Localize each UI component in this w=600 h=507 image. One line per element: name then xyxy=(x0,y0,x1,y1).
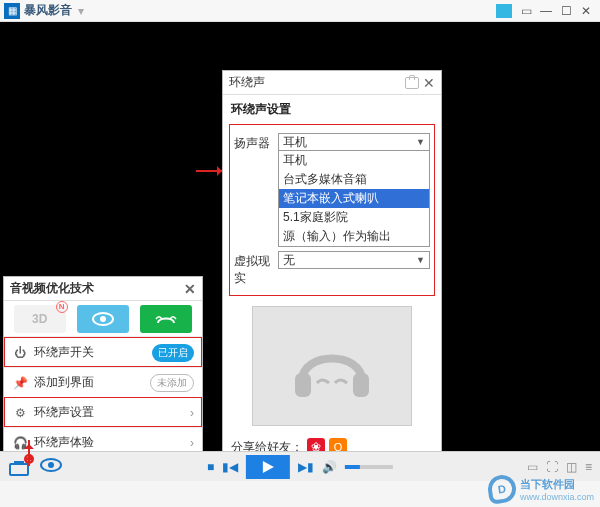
surround-experience-label: 环绕声体验 xyxy=(34,434,94,451)
watermark-logo-icon: D xyxy=(486,473,518,505)
surround-toggle-row[interactable]: ⏻ 环绕声开关 已开启 xyxy=(4,337,202,367)
next-button[interactable]: ▶▮ xyxy=(298,460,314,474)
chevron-right-icon: › xyxy=(190,436,194,450)
headphone-preview xyxy=(252,306,412,426)
watermark-brand: 当下软件园 xyxy=(520,477,594,492)
speaker-label: 扬声器 xyxy=(234,133,278,152)
svg-marker-7 xyxy=(263,461,274,473)
watermark-url: www.downxia.com xyxy=(520,492,594,502)
add-to-ui-row[interactable]: 📌 添加到界面 未添加 xyxy=(4,367,202,397)
speaker-select-listbox[interactable]: 耳机 台式多媒体音箱 笔记本嵌入式喇叭 5.1家庭影院 源（输入）作为输出 xyxy=(278,151,430,247)
app-logo-icon: ▦ xyxy=(4,3,20,19)
stop-button[interactable]: ■ xyxy=(207,460,214,474)
close-button[interactable]: ✕ xyxy=(576,2,596,20)
toolbox-button[interactable]: 1 xyxy=(8,458,30,476)
chevron-down-icon: ▼ xyxy=(416,255,425,265)
optimization-panel-title: 音视频优化技术 xyxy=(10,280,94,297)
tab-3d-label: 3D xyxy=(32,312,47,326)
optimization-panel: 音视频优化技术 ✕ 3D N ⏻ 环绕声开关 已开启 📌 xyxy=(3,276,203,458)
thumb-up-icon[interactable] xyxy=(405,77,419,89)
speaker-option[interactable]: 笔记本嵌入式喇叭 xyxy=(279,189,429,208)
vr-select[interactable]: 无 ▼ xyxy=(278,251,430,269)
add-to-ui-label: 添加到界面 xyxy=(34,374,94,391)
minimize-button[interactable]: — xyxy=(536,2,556,20)
fullscreen-button[interactable]: ⛶ xyxy=(546,460,558,474)
surround-dialog: 环绕声 ✕ 环绕声设置 扬声器 耳机 ▼ 耳机 台式多媒体音箱 笔记本嵌入式喇叭 xyxy=(222,70,442,480)
surround-settings-row[interactable]: ⚙ 环绕声设置 › xyxy=(4,397,202,427)
maximize-button[interactable]: ☐ xyxy=(556,2,576,20)
svg-rect-1 xyxy=(353,373,369,397)
gear-icon: ⚙ xyxy=(12,406,28,420)
tab-surround[interactable] xyxy=(140,305,192,333)
watermark: D 当下软件园 www.downxia.com xyxy=(488,475,594,503)
svg-point-3 xyxy=(100,316,106,322)
volume-slider[interactable] xyxy=(345,465,393,469)
vr-select-value: 无 xyxy=(283,252,295,269)
dropdown-icon[interactable]: ▾ xyxy=(78,4,84,18)
annotation-arrow-up xyxy=(28,440,30,466)
surround-settings-label: 环绕声设置 xyxy=(34,404,94,421)
surround-dialog-title: 环绕声 xyxy=(229,74,265,91)
eye-button[interactable] xyxy=(40,458,62,476)
power-icon: ⏻ xyxy=(12,346,28,360)
play-icon xyxy=(261,460,275,474)
tab-eye[interactable] xyxy=(77,305,129,333)
tab-3d[interactable]: 3D N xyxy=(14,305,66,333)
speaker-option[interactable]: 耳机 xyxy=(279,151,429,170)
surround-dialog-close-icon[interactable]: ✕ xyxy=(423,75,435,91)
svg-point-6 xyxy=(48,462,54,468)
app-titlebar: ▦ 暴风影音 ▾ ▭ — ☐ ✕ xyxy=(0,0,600,22)
vr-label: 虚拟现实 xyxy=(234,251,278,287)
annotation-highlight-box: 扬声器 耳机 ▼ 耳机 台式多媒体音箱 笔记本嵌入式喇叭 5.1家庭影院 源（输… xyxy=(229,124,435,296)
video-stage: 环绕声 ✕ 环绕声设置 扬声器 耳机 ▼ 耳机 台式多媒体音箱 笔记本嵌入式喇叭 xyxy=(0,22,600,454)
speaker-select-value: 耳机 xyxy=(283,134,307,151)
open-file-button[interactable]: ▭ xyxy=(527,460,538,474)
speaker-option[interactable]: 5.1家庭影院 xyxy=(279,208,429,227)
eye-icon xyxy=(92,312,114,326)
add-to-ui-state[interactable]: 未添加 xyxy=(150,374,194,392)
svg-rect-0 xyxy=(295,373,311,397)
tab-3d-badge-icon: N xyxy=(56,301,68,313)
app-title: 暴风影音 xyxy=(24,2,72,19)
surround-toggle-state[interactable]: 已开启 xyxy=(152,344,194,362)
speaker-select[interactable]: 耳机 ▼ xyxy=(278,133,430,151)
chevron-down-icon: ▼ xyxy=(416,137,425,147)
headphone-icon xyxy=(287,331,377,401)
eye-icon xyxy=(40,458,62,472)
optimization-tabs: 3D N xyxy=(4,301,202,337)
playlist-button[interactable]: ≡ xyxy=(585,460,592,474)
surround-section-title: 环绕声设置 xyxy=(223,95,441,122)
box-icon[interactable]: ▭ xyxy=(516,2,536,20)
speaker-option[interactable]: 源（输入）作为输出 xyxy=(279,227,429,246)
play-button[interactable] xyxy=(246,455,290,479)
svg-rect-4 xyxy=(10,464,28,475)
speaker-option[interactable]: 台式多媒体音箱 xyxy=(279,170,429,189)
mode-button[interactable]: ◫ xyxy=(566,460,577,474)
prev-button[interactable]: ▮◀ xyxy=(222,460,238,474)
message-icon[interactable] xyxy=(496,2,516,20)
optimization-panel-header: 音视频优化技术 ✕ xyxy=(4,277,202,301)
optimization-panel-close-icon[interactable]: ✕ xyxy=(184,281,196,297)
headphone-waves-icon xyxy=(154,311,178,327)
surround-toggle-label: 环绕声开关 xyxy=(34,344,94,361)
surround-dialog-header: 环绕声 ✕ xyxy=(223,71,441,95)
pin-icon: 📌 xyxy=(12,376,28,390)
chevron-right-icon: › xyxy=(190,406,194,420)
volume-button[interactable]: 🔊 xyxy=(322,460,337,474)
